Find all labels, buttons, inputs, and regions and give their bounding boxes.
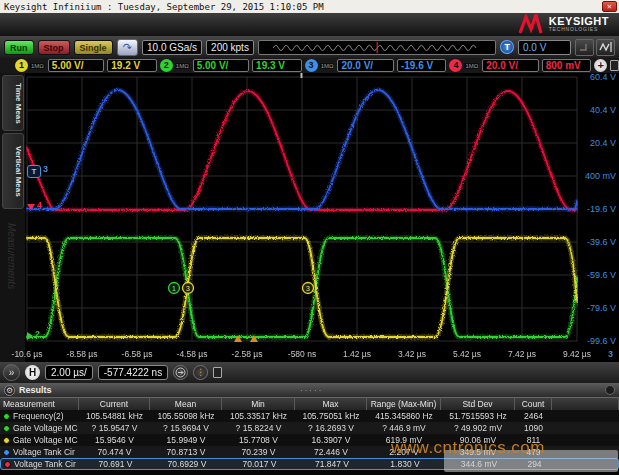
time-label: 7.42 µs	[496, 349, 548, 359]
panel-collapse-icon[interactable]	[605, 385, 615, 395]
channel-bar: 1 1MΩ 5.00 V/ 19.2 V 2 1MΩ 5.00 V/ 19.3 …	[0, 58, 619, 73]
cell-min: 105.33517 kHz	[222, 411, 295, 421]
cell-current: 70.474 V	[79, 447, 150, 457]
column-header[interactable]: Current	[79, 397, 150, 410]
cell-count: 1090	[515, 423, 552, 433]
time-label: -8.58 µs	[56, 349, 108, 359]
voltage-label: -79.6 V	[578, 303, 616, 313]
scale-channel-indicator: 3	[608, 349, 613, 359]
add-waveform-button[interactable]: +	[594, 59, 607, 72]
gate-marker-1: 1	[172, 285, 176, 292]
panel-grip[interactable]: ·····	[300, 386, 323, 395]
channel-1-scale-field[interactable]: 5.00 V/	[48, 59, 104, 72]
close-icon[interactable]: ✕	[602, 1, 617, 12]
channel-3-ground-marker[interactable]: 3	[43, 164, 48, 174]
zoom-mode-icon[interactable]: ⋮	[193, 365, 208, 380]
channel-4-scale-field[interactable]: 20.0 V/	[482, 59, 538, 72]
channel-4-ground-icon[interactable]	[27, 204, 35, 210]
column-header[interactable]: Min	[222, 397, 295, 410]
oscilloscope-screen: Keysight Infiniium : Tuesday, September …	[0, 0, 619, 475]
channel-1-icon[interactable]: 1	[15, 59, 28, 72]
measurement-name: Gate Voltage MC	[13, 423, 78, 433]
cell-count: 2464	[515, 411, 552, 421]
voltage-label: 40.4 V	[578, 105, 616, 115]
measurement-color-dot	[3, 425, 10, 432]
column-header[interactable]: Range (Max-Min)	[367, 397, 441, 410]
timebase-field[interactable]: 2.00 µs/	[45, 365, 93, 380]
measurement-sidebar: Time Meas Vertical Meas Measurements	[0, 73, 26, 362]
window-title: Keysight Infiniium : Tuesday, September …	[4, 2, 324, 12]
time-label: -4.58 µs	[166, 349, 218, 359]
measurement-name: Voltage Tank Cir	[13, 447, 75, 457]
horizontal-icon[interactable]: H	[25, 365, 40, 380]
minimize-panel-icon[interactable]	[575, 39, 594, 56]
trigger-level-field[interactable]: 0.0 V	[518, 40, 571, 55]
cell-current: 105.54881 kHz	[79, 411, 150, 421]
measurement-color-dot	[3, 437, 10, 444]
expand-panel-icon[interactable]: »	[3, 364, 20, 381]
cell-current: 70.691 V	[80, 459, 151, 469]
channel-1-offset-field[interactable]: 19.2 V	[107, 59, 157, 72]
column-header[interactable]: Max	[295, 397, 367, 410]
trigger-icon[interactable]: T	[500, 40, 514, 54]
time-label: 5.42 µs	[441, 349, 493, 359]
tab-time-meas[interactable]: Time Meas	[2, 75, 24, 131]
sample-rate-field[interactable]: 10.0 GSa/s	[142, 40, 202, 55]
horizontal-sync-icon[interactable]	[173, 365, 188, 380]
title-bar: Keysight Infiniium : Tuesday, September …	[0, 0, 619, 13]
cell-std-dev: 51.7515593 Hz	[441, 411, 515, 421]
gear-icon[interactable]: ⚙	[4, 385, 15, 396]
voltage-label: 60.4 V	[578, 72, 616, 82]
channel-2-offset-field[interactable]: 19.3 V	[252, 59, 302, 72]
channel-2-impedance: 1MΩ	[175, 63, 190, 69]
pin-icon[interactable]	[213, 367, 222, 378]
cell-range: 1.830 V	[368, 459, 442, 469]
acquisition-toolbar: Run Stop Single ↷ 10.0 GSa/s 200 kpts T …	[0, 36, 619, 58]
channel-2-ground-marker[interactable]: 2	[35, 329, 40, 339]
gate-marker-3: 3	[306, 285, 310, 292]
channel-1-impedance: 1MΩ	[30, 63, 45, 69]
run-button[interactable]: Run	[4, 40, 34, 55]
memory-depth-field[interactable]: 200 kpts	[206, 40, 254, 55]
channel-2-ground-icon[interactable]	[27, 332, 33, 340]
trigger-level-icon[interactable]: T	[27, 165, 41, 178]
voltage-label: -59.6 V	[578, 270, 616, 280]
keysight-logo: KEYSIGHT TECHNOLOGIES	[519, 14, 609, 34]
table-row[interactable]: Gate Voltage MC ? 15.9547 V ? 15.9694 V …	[0, 422, 619, 434]
trigger-time-marker	[301, 73, 303, 78]
waveform-preview[interactable]	[258, 40, 496, 55]
single-button[interactable]: Single	[74, 40, 113, 55]
channel-4-icon[interactable]: 4	[449, 59, 462, 72]
column-header[interactable]: Count	[515, 397, 552, 410]
pin-icon[interactable]	[610, 60, 619, 71]
tab-vertical-meas[interactable]: Vertical Meas	[2, 133, 24, 209]
cell-mean: 15.9949 V	[150, 435, 222, 445]
channel-4-offset-field[interactable]: 800 mV	[542, 59, 592, 72]
channel-3-offset-field[interactable]: -19.6 V	[397, 59, 447, 72]
channel-4-ground-marker[interactable]: 4	[37, 200, 42, 210]
column-header[interactable]: Measurement	[0, 397, 79, 410]
cell-max: 72.446 V	[295, 447, 367, 457]
cell-max: ? 16.2693 V	[295, 423, 367, 433]
channel-2-icon[interactable]: 2	[160, 59, 173, 72]
waveform-display[interactable]: 1 3 3	[26, 73, 578, 348]
table-row[interactable]: Frequency(2) 105.54881 kHz 105.55098 kHz…	[0, 410, 619, 422]
horizontal-position-field[interactable]: -577.4222 ns	[98, 365, 168, 380]
brand-division: TECHNOLOGIES	[549, 27, 609, 32]
waveform-settings-icon[interactable]	[596, 39, 615, 56]
cell-mean: 70.8713 V	[150, 447, 222, 457]
column-header[interactable]: Std Dev	[441, 397, 515, 410]
voltage-label: -19.6 V	[578, 204, 616, 214]
channel-2-scale-field[interactable]: 5.00 V/	[193, 59, 249, 72]
cell-min: ? 15.8224 V	[222, 423, 295, 433]
stop-button[interactable]: Stop	[38, 40, 70, 55]
channel-3-scale-field[interactable]: 20.0 V/	[337, 59, 393, 72]
measurement-name: Voltage Tank Cir	[14, 459, 76, 469]
measurement-name: Frequency(2)	[13, 411, 64, 421]
channel-3-icon[interactable]: 3	[305, 59, 318, 72]
cell-range: 415.345860 Hz	[367, 411, 441, 421]
site-watermark: www.cntronics.com	[391, 438, 619, 458]
results-panel-header: ⚙ Results ·····	[0, 383, 619, 397]
column-header[interactable]: Mean	[150, 397, 222, 410]
touch-icon[interactable]: ↷	[117, 39, 139, 56]
